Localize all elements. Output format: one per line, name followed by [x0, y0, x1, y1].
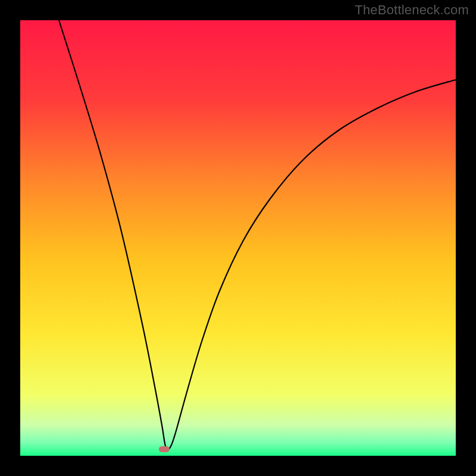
bottleneck-curve: [20, 20, 456, 456]
watermark-text: TheBottleneck.com: [355, 2, 469, 18]
plot-area: [20, 20, 456, 456]
minimum-marker: [159, 446, 170, 452]
